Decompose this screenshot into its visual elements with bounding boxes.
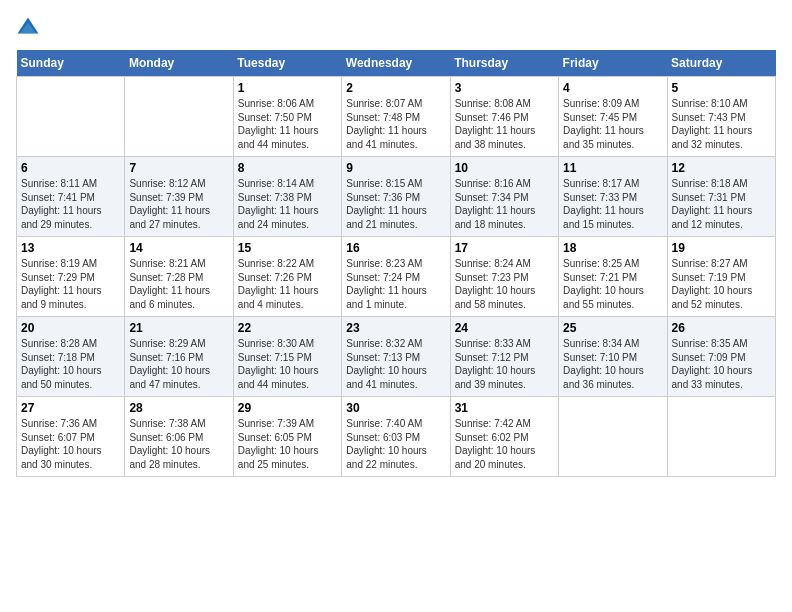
day-header-friday: Friday bbox=[559, 50, 667, 77]
day-info: Sunrise: 8:34 AM Sunset: 7:10 PM Dayligh… bbox=[563, 337, 662, 391]
day-info: Sunrise: 8:18 AM Sunset: 7:31 PM Dayligh… bbox=[672, 177, 771, 231]
calendar-cell: 5Sunrise: 8:10 AM Sunset: 7:43 PM Daylig… bbox=[667, 77, 775, 157]
day-number: 15 bbox=[238, 241, 337, 255]
day-header-sunday: Sunday bbox=[17, 50, 125, 77]
day-number: 18 bbox=[563, 241, 662, 255]
day-info: Sunrise: 7:36 AM Sunset: 6:07 PM Dayligh… bbox=[21, 417, 120, 471]
calendar-cell bbox=[17, 77, 125, 157]
calendar-cell: 24Sunrise: 8:33 AM Sunset: 7:12 PM Dayli… bbox=[450, 317, 558, 397]
day-number: 10 bbox=[455, 161, 554, 175]
day-info: Sunrise: 8:24 AM Sunset: 7:23 PM Dayligh… bbox=[455, 257, 554, 311]
day-number: 27 bbox=[21, 401, 120, 415]
day-header-tuesday: Tuesday bbox=[233, 50, 341, 77]
day-info: Sunrise: 8:33 AM Sunset: 7:12 PM Dayligh… bbox=[455, 337, 554, 391]
calendar-cell: 7Sunrise: 8:12 AM Sunset: 7:39 PM Daylig… bbox=[125, 157, 233, 237]
calendar-cell: 20Sunrise: 8:28 AM Sunset: 7:18 PM Dayli… bbox=[17, 317, 125, 397]
day-info: Sunrise: 8:10 AM Sunset: 7:43 PM Dayligh… bbox=[672, 97, 771, 151]
calendar-cell: 22Sunrise: 8:30 AM Sunset: 7:15 PM Dayli… bbox=[233, 317, 341, 397]
day-number: 29 bbox=[238, 401, 337, 415]
calendar-cell: 12Sunrise: 8:18 AM Sunset: 7:31 PM Dayli… bbox=[667, 157, 775, 237]
day-number: 14 bbox=[129, 241, 228, 255]
day-info: Sunrise: 7:39 AM Sunset: 6:05 PM Dayligh… bbox=[238, 417, 337, 471]
day-number: 11 bbox=[563, 161, 662, 175]
day-info: Sunrise: 8:35 AM Sunset: 7:09 PM Dayligh… bbox=[672, 337, 771, 391]
day-header-thursday: Thursday bbox=[450, 50, 558, 77]
day-info: Sunrise: 7:38 AM Sunset: 6:06 PM Dayligh… bbox=[129, 417, 228, 471]
calendar-cell: 10Sunrise: 8:16 AM Sunset: 7:34 PM Dayli… bbox=[450, 157, 558, 237]
day-number: 30 bbox=[346, 401, 445, 415]
calendar-cell: 19Sunrise: 8:27 AM Sunset: 7:19 PM Dayli… bbox=[667, 237, 775, 317]
week-row-5: 27Sunrise: 7:36 AM Sunset: 6:07 PM Dayli… bbox=[17, 397, 776, 477]
day-number: 2 bbox=[346, 81, 445, 95]
calendar-cell: 11Sunrise: 8:17 AM Sunset: 7:33 PM Dayli… bbox=[559, 157, 667, 237]
day-info: Sunrise: 7:42 AM Sunset: 6:02 PM Dayligh… bbox=[455, 417, 554, 471]
day-info: Sunrise: 8:21 AM Sunset: 7:28 PM Dayligh… bbox=[129, 257, 228, 311]
week-row-3: 13Sunrise: 8:19 AM Sunset: 7:29 PM Dayli… bbox=[17, 237, 776, 317]
calendar-cell: 4Sunrise: 8:09 AM Sunset: 7:45 PM Daylig… bbox=[559, 77, 667, 157]
day-number: 9 bbox=[346, 161, 445, 175]
day-info: Sunrise: 8:15 AM Sunset: 7:36 PM Dayligh… bbox=[346, 177, 445, 231]
calendar-cell bbox=[125, 77, 233, 157]
day-number: 22 bbox=[238, 321, 337, 335]
calendar-cell: 9Sunrise: 8:15 AM Sunset: 7:36 PM Daylig… bbox=[342, 157, 450, 237]
day-number: 3 bbox=[455, 81, 554, 95]
day-number: 31 bbox=[455, 401, 554, 415]
day-info: Sunrise: 8:23 AM Sunset: 7:24 PM Dayligh… bbox=[346, 257, 445, 311]
calendar-cell: 30Sunrise: 7:40 AM Sunset: 6:03 PM Dayli… bbox=[342, 397, 450, 477]
calendar-cell: 15Sunrise: 8:22 AM Sunset: 7:26 PM Dayli… bbox=[233, 237, 341, 317]
calendar-cell: 13Sunrise: 8:19 AM Sunset: 7:29 PM Dayli… bbox=[17, 237, 125, 317]
day-number: 4 bbox=[563, 81, 662, 95]
day-info: Sunrise: 8:25 AM Sunset: 7:21 PM Dayligh… bbox=[563, 257, 662, 311]
calendar-cell bbox=[559, 397, 667, 477]
calendar-cell: 1Sunrise: 8:06 AM Sunset: 7:50 PM Daylig… bbox=[233, 77, 341, 157]
week-row-4: 20Sunrise: 8:28 AM Sunset: 7:18 PM Dayli… bbox=[17, 317, 776, 397]
day-info: Sunrise: 8:27 AM Sunset: 7:19 PM Dayligh… bbox=[672, 257, 771, 311]
day-number: 25 bbox=[563, 321, 662, 335]
day-number: 23 bbox=[346, 321, 445, 335]
logo bbox=[16, 16, 44, 40]
calendar-cell: 8Sunrise: 8:14 AM Sunset: 7:38 PM Daylig… bbox=[233, 157, 341, 237]
calendar-cell: 28Sunrise: 7:38 AM Sunset: 6:06 PM Dayli… bbox=[125, 397, 233, 477]
days-header-row: SundayMondayTuesdayWednesdayThursdayFrid… bbox=[17, 50, 776, 77]
day-number: 21 bbox=[129, 321, 228, 335]
calendar-cell: 17Sunrise: 8:24 AM Sunset: 7:23 PM Dayli… bbox=[450, 237, 558, 317]
day-info: Sunrise: 8:28 AM Sunset: 7:18 PM Dayligh… bbox=[21, 337, 120, 391]
calendar-cell: 21Sunrise: 8:29 AM Sunset: 7:16 PM Dayli… bbox=[125, 317, 233, 397]
logo-icon bbox=[16, 16, 40, 40]
day-info: Sunrise: 8:16 AM Sunset: 7:34 PM Dayligh… bbox=[455, 177, 554, 231]
calendar-cell: 3Sunrise: 8:08 AM Sunset: 7:46 PM Daylig… bbox=[450, 77, 558, 157]
calendar-cell: 25Sunrise: 8:34 AM Sunset: 7:10 PM Dayli… bbox=[559, 317, 667, 397]
week-row-1: 1Sunrise: 8:06 AM Sunset: 7:50 PM Daylig… bbox=[17, 77, 776, 157]
day-number: 26 bbox=[672, 321, 771, 335]
day-header-wednesday: Wednesday bbox=[342, 50, 450, 77]
day-info: Sunrise: 8:22 AM Sunset: 7:26 PM Dayligh… bbox=[238, 257, 337, 311]
day-number: 6 bbox=[21, 161, 120, 175]
day-number: 19 bbox=[672, 241, 771, 255]
day-number: 28 bbox=[129, 401, 228, 415]
calendar-cell: 18Sunrise: 8:25 AM Sunset: 7:21 PM Dayli… bbox=[559, 237, 667, 317]
calendar-table: SundayMondayTuesdayWednesdayThursdayFrid… bbox=[16, 50, 776, 477]
calendar-cell: 16Sunrise: 8:23 AM Sunset: 7:24 PM Dayli… bbox=[342, 237, 450, 317]
day-number: 1 bbox=[238, 81, 337, 95]
day-header-saturday: Saturday bbox=[667, 50, 775, 77]
day-number: 12 bbox=[672, 161, 771, 175]
day-info: Sunrise: 7:40 AM Sunset: 6:03 PM Dayligh… bbox=[346, 417, 445, 471]
calendar-cell: 27Sunrise: 7:36 AM Sunset: 6:07 PM Dayli… bbox=[17, 397, 125, 477]
calendar-cell: 29Sunrise: 7:39 AM Sunset: 6:05 PM Dayli… bbox=[233, 397, 341, 477]
calendar-cell: 14Sunrise: 8:21 AM Sunset: 7:28 PM Dayli… bbox=[125, 237, 233, 317]
day-info: Sunrise: 8:14 AM Sunset: 7:38 PM Dayligh… bbox=[238, 177, 337, 231]
day-header-monday: Monday bbox=[125, 50, 233, 77]
day-number: 24 bbox=[455, 321, 554, 335]
calendar-cell: 26Sunrise: 8:35 AM Sunset: 7:09 PM Dayli… bbox=[667, 317, 775, 397]
day-info: Sunrise: 8:08 AM Sunset: 7:46 PM Dayligh… bbox=[455, 97, 554, 151]
day-info: Sunrise: 8:07 AM Sunset: 7:48 PM Dayligh… bbox=[346, 97, 445, 151]
day-number: 5 bbox=[672, 81, 771, 95]
day-info: Sunrise: 8:29 AM Sunset: 7:16 PM Dayligh… bbox=[129, 337, 228, 391]
day-number: 8 bbox=[238, 161, 337, 175]
calendar-cell bbox=[667, 397, 775, 477]
day-info: Sunrise: 8:09 AM Sunset: 7:45 PM Dayligh… bbox=[563, 97, 662, 151]
day-info: Sunrise: 8:12 AM Sunset: 7:39 PM Dayligh… bbox=[129, 177, 228, 231]
day-info: Sunrise: 8:32 AM Sunset: 7:13 PM Dayligh… bbox=[346, 337, 445, 391]
day-info: Sunrise: 8:19 AM Sunset: 7:29 PM Dayligh… bbox=[21, 257, 120, 311]
calendar-cell: 2Sunrise: 8:07 AM Sunset: 7:48 PM Daylig… bbox=[342, 77, 450, 157]
